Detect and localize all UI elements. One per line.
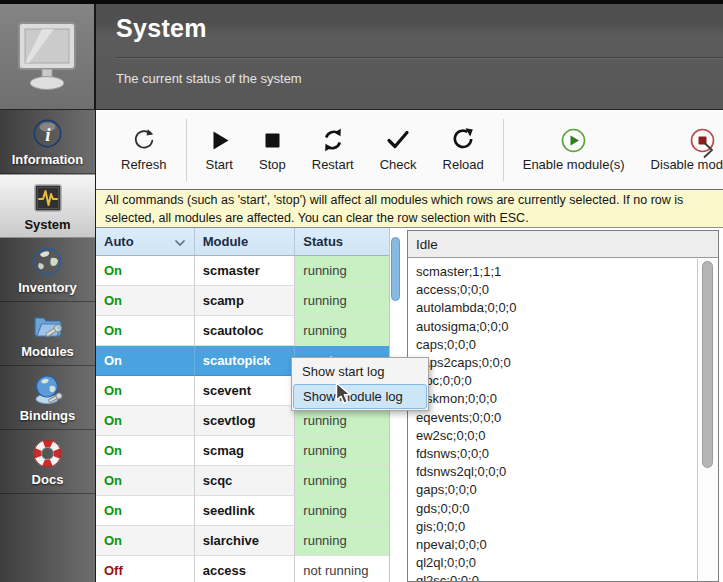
sidebar-item-label: System <box>24 217 70 232</box>
chevron-down-icon <box>174 239 186 247</box>
sidebar-item-icon: i <box>32 116 63 150</box>
page-header: System The current status of the system <box>96 4 723 110</box>
stop-button[interactable]: Stop <box>246 115 299 185</box>
status-line: fdsnws2ql;0;0;0 <box>416 463 697 481</box>
toolbar-separator <box>186 119 187 181</box>
enable-module-s-button[interactable]: Enable module(s) <box>510 115 638 185</box>
table-row-scamp[interactable]: Onscamprunning <box>96 286 389 316</box>
sidebar-item-label: Modules <box>21 344 74 359</box>
table-header: Auto Module Status <box>96 228 389 256</box>
status-cell: running <box>295 286 389 316</box>
status-line: scmaster;1;1;1 <box>416 263 697 281</box>
module-cell: slarchive <box>195 526 296 556</box>
auto-cell: On <box>96 286 195 316</box>
folder-wrench-icon <box>32 310 64 340</box>
column-header-status[interactable]: Status <box>295 228 389 255</box>
status-line: autosigma;0;0;0 <box>416 318 697 336</box>
sidebar-item-icon <box>32 372 64 406</box>
status-cell: running <box>295 256 389 286</box>
status-line: gis;0;0;0 <box>416 518 697 536</box>
info-icon: i <box>32 118 63 149</box>
restart-icon <box>320 127 346 153</box>
toolbar-button-label: Reload <box>443 157 484 172</box>
status-line: diskmon;0;0;0 <box>416 390 697 408</box>
toolbar-button-icon <box>260 127 285 153</box>
sidebar-item-icon <box>32 308 64 342</box>
lifebuoy-icon <box>32 438 63 469</box>
module-cell: scautopick <box>195 346 296 376</box>
sidebar-item-modules[interactable]: Modules <box>0 302 95 366</box>
check-button[interactable]: Check <box>367 115 430 185</box>
sidebar-item-docs[interactable]: Docs <box>0 430 95 494</box>
status-line: eqevents;0;0;0 <box>416 409 697 427</box>
sidebar-item-inventory[interactable]: Inventory <box>0 238 95 302</box>
notice-bar: All commands (such as 'start', 'stop') w… <box>96 190 723 228</box>
table-row-slarchive[interactable]: Onslarchiverunning <box>96 526 389 556</box>
auto-filter-slot[interactable] <box>174 239 186 247</box>
sidebar-item-icon <box>32 436 63 470</box>
toolbar-button-icon <box>207 127 232 153</box>
status-cell: running <box>295 466 389 496</box>
column-header-auto[interactable]: Auto <box>96 228 195 255</box>
menu-item-show-module-log[interactable]: Show module log <box>293 384 427 409</box>
sidebar-item-information[interactable]: i Information <box>0 110 95 174</box>
main-content: Auto Module Status OnscmasterrunningOnsc… <box>96 228 723 582</box>
toolbar: Refresh Start Stop Restart Check Reload … <box>96 110 723 190</box>
app-logo <box>0 4 96 110</box>
auto-cell: On <box>96 316 195 346</box>
sidebar-item-bindings[interactable]: Bindings <box>0 366 95 430</box>
table-row-scautoloc[interactable]: Onscautolocrunning <box>96 316 389 346</box>
sidebar-item-label: Docs <box>32 472 64 487</box>
table-row-scmag[interactable]: Onscmagrunning <box>96 436 389 466</box>
menu-item-show-start-log[interactable]: Show start log <box>293 359 427 384</box>
page-subtitle: The current status of the system <box>116 71 723 86</box>
reload-button[interactable]: Reload <box>430 115 497 185</box>
status-line: caps2caps;0;0;0 <box>416 354 697 372</box>
toolbar-expand-button[interactable] <box>697 134 719 166</box>
table-body: OnscmasterrunningOnscamprunningOnscautol… <box>96 256 389 582</box>
module-cell: scmag <box>195 436 296 466</box>
toolbar-button-label: Enable module(s) <box>523 157 625 172</box>
status-cell: not running <box>295 556 389 582</box>
check-icon <box>385 127 411 153</box>
status-panel: Idle scmaster;1;1;1access;0;0;0autolambd… <box>407 230 719 582</box>
refresh-icon <box>131 127 157 153</box>
module-cell: scevent <box>195 376 296 406</box>
status-cell: running <box>295 526 389 556</box>
toolbar-button-label: Start <box>206 157 233 172</box>
table-row-scqc[interactable]: Onscqcrunning <box>96 466 389 496</box>
status-line: access;0;0;0 <box>416 281 697 299</box>
column-header-module[interactable]: Module <box>195 228 296 255</box>
globe-icon <box>32 246 63 277</box>
module-cell: scevtlog <box>195 406 296 436</box>
toolbar-button-icon <box>450 127 476 153</box>
status-line: cloc;0;0;0 <box>416 372 697 390</box>
table-row-scmaster[interactable]: Onscmasterrunning <box>96 256 389 286</box>
table-scrollbar-thumb[interactable] <box>391 237 400 301</box>
table-row-access[interactable]: Offaccessnot running <box>96 556 389 582</box>
toolbar-button-icon <box>385 127 411 153</box>
table-row-seedlink[interactable]: Onseedlinkrunning <box>96 496 389 526</box>
module-cell: scqc <box>195 466 296 496</box>
toolbar-button-label: Refresh <box>121 157 167 172</box>
module-cell: scmaster <box>195 256 296 286</box>
status-list: scmaster;1;1;1access;0;0;0autolambda;0;0… <box>408 259 697 581</box>
enable-icon <box>560 127 587 154</box>
start-button[interactable]: Start <box>193 115 246 185</box>
toolbar-button-label: Restart <box>312 157 354 172</box>
restart-button[interactable]: Restart <box>299 115 367 185</box>
auto-cell: On <box>96 526 195 556</box>
panel-scrollbar[interactable] <box>697 259 718 581</box>
module-cell: scautoloc <box>195 316 296 346</box>
play-icon <box>207 128 232 153</box>
status-cell: running <box>295 496 389 526</box>
panel-scrollbar-thumb[interactable] <box>702 261 713 468</box>
module-cell: access <box>195 556 296 582</box>
auto-cell: On <box>96 466 195 496</box>
refresh-button[interactable]: Refresh <box>108 115 180 185</box>
toolbar-button-icon <box>131 127 157 153</box>
auto-cell: On <box>96 496 195 526</box>
module-cell: seedlink <box>195 496 296 526</box>
auto-cell: On <box>96 436 195 466</box>
sidebar-item-system[interactable]: System <box>0 174 95 238</box>
